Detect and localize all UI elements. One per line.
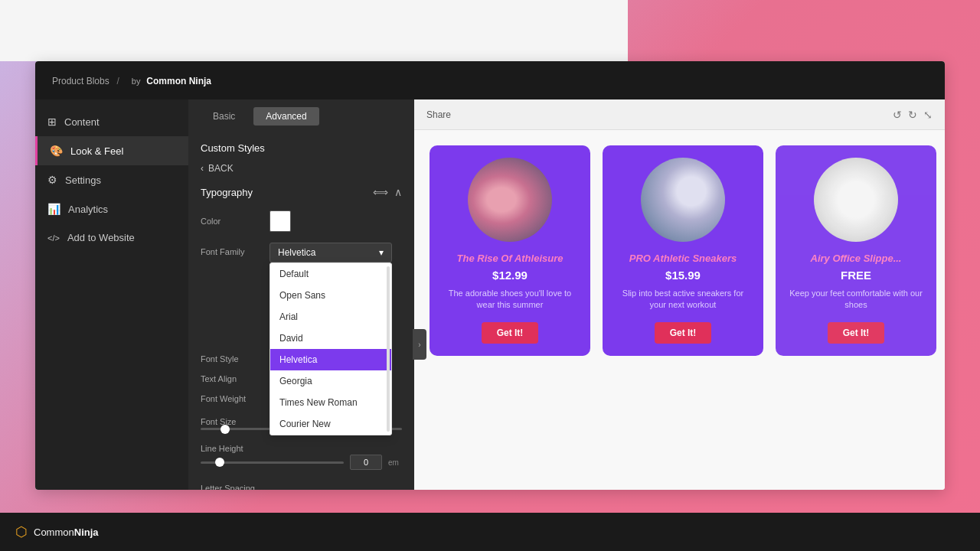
typography-title: Typography	[201, 187, 253, 198]
font-family-field-row: Font Family Helvetica ▾ Default Open San…	[201, 243, 402, 262]
product-name-2: PRO Athletic Sneakers	[629, 253, 737, 264]
sidebar-item-look-feel-label: Look & Feel	[70, 145, 123, 157]
settings-icon: ⚙	[47, 174, 57, 186]
color-field-row: Color	[201, 210, 402, 232]
get-it-button-2[interactable]: Get It!	[655, 322, 712, 344]
product-name-3: Airy Office Slippe...	[811, 253, 902, 264]
background-left-panel	[0, 0, 628, 61]
panel-collapse-toggle[interactable]: ›	[413, 329, 426, 360]
product-card-3: Airy Office Slippe... FREE Keep your fee…	[776, 145, 936, 356]
line-height-label: Line Height	[201, 444, 243, 453]
back-label: BACK	[208, 163, 234, 174]
product-card-2: PRO Athletic Sneakers $15.99 Slip into b…	[603, 145, 763, 356]
sidebar-item-add-to-website-label: Add to Website	[67, 232, 135, 243]
product-name-1: The Rise Of Athleisure	[457, 253, 564, 264]
font-option-helvetica[interactable]: Helvetica	[270, 349, 391, 370]
font-option-david[interactable]: David	[270, 328, 391, 349]
panel-tabs: Basic Advanced	[188, 99, 414, 133]
top-bar: Product Blobs / by Common Ninja	[35, 61, 945, 99]
product-price-2: $15.99	[665, 269, 701, 282]
redo-icon[interactable]: ↻	[908, 109, 917, 121]
font-option-georgia[interactable]: Georgia	[270, 370, 391, 392]
preview-toolbar: Share ↺ ↻ ⤡	[414, 99, 945, 130]
section-title: Custom Styles	[201, 142, 402, 154]
panel-content: Custom Styles ‹ BACK Typography ⟺ ∧ Colo…	[188, 133, 414, 490]
app-title: Product Blobs / by Common Ninja	[47, 74, 211, 86]
sidebar-item-add-to-website[interactable]: </> Add to Website	[35, 223, 188, 252]
color-label: Color	[201, 217, 270, 226]
brand-logo: ⬡ CommonNinja	[15, 523, 99, 540]
undo-icon[interactable]: ↺	[893, 109, 902, 121]
tab-basic[interactable]: Basic	[201, 107, 247, 126]
font-size-label: Font Size	[201, 417, 236, 426]
sidebar-item-content[interactable]: ⊞ Content	[35, 107, 188, 136]
preview-toolbar-icons: ↺ ↻ ⤡	[893, 109, 933, 121]
link-icon[interactable]: ⟺	[373, 186, 388, 198]
analytics-icon: 📊	[47, 203, 60, 215]
color-swatch[interactable]	[270, 210, 291, 232]
font-size-slider-thumb[interactable]	[220, 425, 230, 434]
get-it-button-1[interactable]: Get It!	[482, 322, 539, 344]
letter-spacing-label: Letter Spacing	[201, 484, 255, 490]
product-desc-3: Keep your feet comfortable with our shoe…	[788, 288, 924, 311]
content-icon: ⊞	[47, 116, 57, 128]
font-weight-label: Font Weight	[201, 394, 270, 403]
product-image-3	[814, 158, 898, 242]
line-height-slider-container: 0 em	[201, 455, 402, 470]
font-family-dropdown-menu[interactable]: Default Open Sans Arial David Helvetica …	[270, 262, 392, 435]
expand-icon[interactable]: ⤡	[923, 109, 933, 121]
sidebar-item-analytics[interactable]: 📊 Analytics	[35, 194, 188, 223]
text-align-label: Text Align	[201, 374, 270, 383]
chevron-down-icon: ▾	[379, 247, 384, 258]
line-height-input[interactable]: 0	[350, 455, 382, 470]
editor-container: ⊞ Content 🎨 Look & Feel ⚙ Settings 📊 Ana…	[35, 61, 945, 490]
product-card-1: The Rise Of Athleisure $12.99 The adorab…	[430, 145, 590, 356]
preview-area: Share ↺ ↻ ⤡ The Rise Of Athleisure $12.9…	[414, 99, 945, 490]
sidebar-item-settings[interactable]: ⚙ Settings	[35, 165, 188, 194]
product-price-3: FREE	[841, 269, 871, 282]
letter-spacing-row: Letter Spacing 0 em	[201, 481, 402, 490]
font-family-dropdown-toggle[interactable]: Helvetica ▾	[270, 243, 392, 262]
sidebar-item-content-label: Content	[64, 116, 100, 128]
panel-area: Basic Advanced Custom Styles ‹ BACK Typo…	[188, 99, 414, 490]
font-option-times[interactable]: Times New Roman	[270, 392, 391, 413]
product-image-1	[468, 158, 552, 242]
get-it-button-3[interactable]: Get It!	[828, 322, 885, 344]
product-desc-1: The adorable shoes you'll love to wear t…	[442, 288, 578, 311]
brand-name: CommonNinja	[34, 527, 99, 538]
typography-header: Typography ⟺ ∧	[201, 186, 402, 198]
add-to-website-icon: </>	[47, 233, 60, 243]
collapse-icon[interactable]: ∧	[394, 186, 402, 198]
sidebar: ⊞ Content 🎨 Look & Feel ⚙ Settings 📊 Ana…	[35, 99, 188, 490]
back-button[interactable]: ‹ BACK	[201, 163, 402, 174]
preview-content: The Rise Of Athleisure $12.99 The adorab…	[414, 130, 945, 371]
back-arrow-icon: ‹	[201, 163, 204, 174]
line-height-row: Line Height 0 em	[201, 441, 402, 470]
product-price-1: $12.99	[492, 269, 528, 282]
font-family-label: Font Family	[201, 243, 270, 256]
line-height-unit: em	[388, 458, 402, 467]
font-option-open-sans[interactable]: Open Sans	[270, 285, 391, 306]
product-desc-2: Slip into best active sneakers for your …	[615, 288, 751, 311]
product-image-2	[641, 158, 725, 242]
typography-controls: ⟺ ∧	[373, 186, 402, 198]
font-option-arial[interactable]: Arial	[270, 306, 391, 328]
font-family-value: Helvetica	[278, 247, 315, 258]
line-height-slider-track[interactable]	[201, 461, 344, 464]
tab-advanced[interactable]: Advanced	[253, 107, 318, 126]
sidebar-item-look-feel[interactable]: 🎨 Look & Feel	[35, 136, 188, 165]
font-option-default[interactable]: Default	[270, 263, 391, 285]
sidebar-item-settings-label: Settings	[65, 174, 101, 186]
font-style-label: Font Style	[201, 354, 270, 364]
dropdown-scrollbar[interactable]	[387, 266, 390, 432]
brand-icon: ⬡	[15, 523, 28, 540]
font-family-select[interactable]: Helvetica ▾ Default Open Sans Arial Davi…	[270, 243, 392, 262]
sidebar-item-analytics-label: Analytics	[68, 204, 108, 215]
line-height-slider-thumb[interactable]	[215, 458, 224, 467]
look-feel-icon: 🎨	[50, 145, 63, 157]
share-button[interactable]: Share	[426, 109, 451, 120]
bottom-bar: ⬡ CommonNinja	[0, 513, 980, 551]
font-option-courier[interactable]: Courier New	[270, 413, 391, 435]
